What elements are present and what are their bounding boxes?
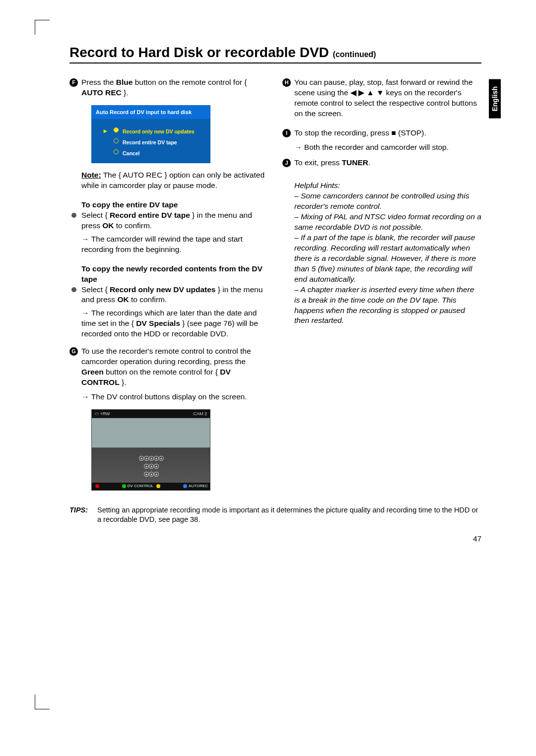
menu-radio-selected-icon: [114, 127, 119, 132]
b1-bold: Record entire DV tape: [110, 211, 190, 219]
menu-option-3-label: Cancel: [123, 150, 139, 156]
dv-control-screen-figure: ⬭ +RW CAM 2 ⦿⦿⦿⦿⦿ ⦿⦿⦿ ⦿⦿⦿ DV CONTROL A: [91, 409, 210, 491]
step-6: F Press the Blue button on the remote co…: [69, 77, 268, 98]
bullet-new-updates: Select { Record only new DV updates } in…: [69, 285, 268, 306]
b1-c: to confirm.: [114, 221, 152, 230]
hint-4: – A chapter marker is inserted every tim…: [282, 285, 481, 326]
tips-footer: TIPS: Setting an appropriate recording m…: [69, 505, 481, 525]
autorec-label: AUTO REC: [81, 88, 122, 97]
tips-body: Setting an appropriate recording mode is…: [97, 505, 481, 525]
s7-b: button on the remote control for {: [104, 368, 220, 376]
b1-ok: OK: [102, 221, 114, 230]
screen-controls-row2: ⦿⦿⦿: [92, 463, 210, 471]
note-body: The { AUTO REC } option can only be acti…: [81, 171, 265, 189]
page-number: 47: [473, 534, 481, 543]
note-label: Note:: [81, 171, 101, 179]
red-dot-icon: [95, 484, 99, 488]
screen-autorec-label: AUTOREC: [189, 484, 208, 489]
autorec-menu-figure: Auto Record of DV input to hard disk ▸ R…: [91, 105, 210, 163]
step-number-10-icon: J: [282, 159, 291, 167]
heading-copy-new: To copy the newly recorded contents from…: [69, 264, 268, 285]
step-6-text-a: Press the: [81, 78, 116, 86]
step-number-6-icon: F: [69, 78, 78, 87]
page-title: Record to Hard Disk or recordable DVD (c…: [69, 45, 481, 63]
step-6-text-b: button on the remote control for {: [133, 78, 247, 86]
b2-c: to confirm.: [129, 295, 167, 304]
step-10: J To exit, press TUNER.: [282, 158, 481, 168]
language-tab: English: [489, 79, 501, 119]
b2-result: The recordings which are later than the …: [69, 308, 268, 339]
screen-top-left: ⬭ +RW: [95, 411, 110, 417]
tips-label: TIPS:: [69, 505, 97, 525]
blue-button-label: Blue: [116, 78, 133, 86]
menu-radio-icon: [114, 138, 119, 143]
menu-option-entire-tape: Record entire DV tape: [123, 137, 210, 148]
menu-header: Auto Record of DV input to hard disk: [92, 106, 210, 119]
menu-option-cancel: Cancel: [123, 148, 210, 159]
crop-mark-top-left: [35, 20, 50, 35]
heading-copy-entire: To copy the entire DV tape: [69, 200, 268, 210]
blue-dot-icon: [183, 484, 187, 488]
b1-a: Select {: [81, 211, 110, 219]
s7-green: Green: [81, 368, 104, 376]
step-number-9-icon: I: [282, 129, 291, 137]
step-7: G To use the recorder's remote control t…: [69, 346, 268, 388]
title-main: Record to Hard Disk or recordable DVD: [69, 45, 329, 60]
b2-bold: Record only new DV updates: [110, 285, 216, 294]
title-continued: (continued): [333, 50, 376, 59]
hint-3: – If a part of the tape is blank, the re…: [282, 233, 481, 285]
s10-tuner: TUNER: [342, 158, 368, 167]
menu-option-1-label: Record only new DV updates: [123, 128, 195, 134]
hint-1: – Some camcorders cannot be controlled u…: [282, 191, 481, 212]
s10-a: To exit, press: [294, 158, 342, 167]
b2-ok: OK: [117, 295, 129, 304]
crop-mark-bottom-left: [35, 694, 50, 709]
s9-b: (STOP).: [396, 128, 426, 137]
b1-result: The camcorder will rewind the tape and s…: [69, 234, 268, 255]
menu-option-new-updates: ▸ Record only new DV updates: [123, 126, 210, 137]
screen-dvcontrol-label: DV CONTROL: [128, 484, 153, 489]
s9-result: Both the recorder and camcorder will sto…: [282, 142, 481, 153]
step-6-text-c: }.: [122, 88, 129, 97]
hints-heading: Helpful Hints:: [282, 181, 481, 191]
left-column: F Press the Blue button on the remote co…: [69, 77, 268, 491]
step-number-7-icon: G: [69, 347, 78, 356]
screen-top-right: CAM 2: [193, 411, 207, 417]
b2-a: Select {: [81, 285, 110, 294]
b2-arrow-bold: DV Specials: [136, 319, 180, 327]
stop-icon: ■: [392, 128, 396, 137]
s9-a: To stop the recording, press: [294, 128, 392, 137]
step-8: H You can pause, play, stop, fast forwar…: [282, 77, 481, 119]
s10-b: .: [368, 158, 370, 167]
step-number-8-icon: H: [282, 78, 291, 87]
screen-controls-row3: ⦿⦿⦿: [92, 471, 210, 479]
screen-controls-row1: ⦿⦿⦿⦿⦿: [92, 455, 210, 463]
green-dot-icon: [122, 484, 126, 488]
yellow-dot-icon: [156, 484, 160, 488]
hint-2: – Mixing of PAL and NTSC video format re…: [282, 212, 481, 233]
screen-bottom-bar: DV CONTROL AUTOREC: [92, 483, 210, 490]
right-column: H You can pause, play, stop, fast forwar…: [282, 77, 481, 491]
menu-option-2-label: Record entire DV tape: [123, 139, 177, 145]
bullet-entire-tape: Select { Record entire DV tape } in the …: [69, 210, 268, 231]
menu-pointer-icon: ▸: [104, 126, 107, 135]
arrow-keys-icon: ◀ ▶ ▲ ▼: [350, 88, 384, 97]
note-block: Note: The { AUTO REC } option can only b…: [69, 170, 268, 191]
step-9: I To stop the recording, press ■ (STOP).: [282, 128, 481, 138]
menu-radio-icon: [114, 149, 119, 154]
screen-viewport: ⦿⦿⦿⦿⦿ ⦿⦿⦿ ⦿⦿⦿: [92, 418, 210, 483]
s7-c: }.: [120, 378, 127, 386]
s7-a: To use the recorder's remote control to …: [81, 347, 251, 366]
s7-result: The DV control buttons display on the sc…: [69, 392, 268, 402]
